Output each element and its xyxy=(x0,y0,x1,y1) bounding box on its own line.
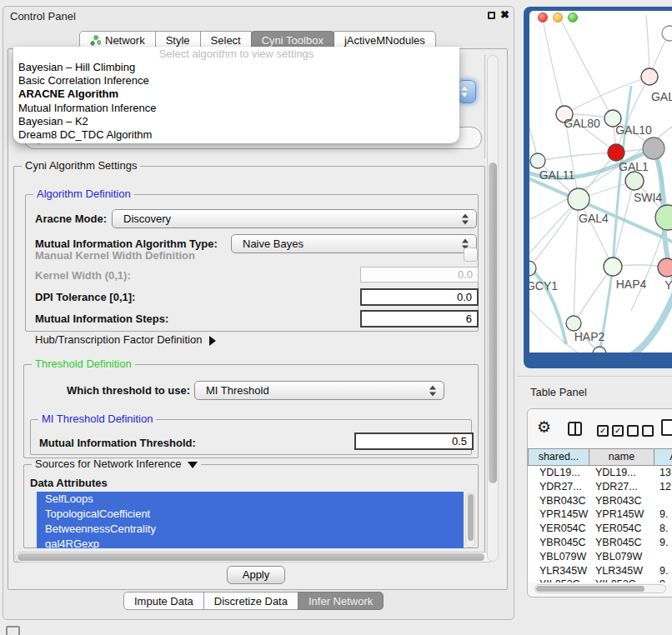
table-row[interactable]: YER054CYER054C8. xyxy=(529,522,672,536)
kernel-width-field[interactable]: 0.0 xyxy=(360,267,479,282)
network-node[interactable] xyxy=(593,347,606,352)
column-header[interactable]: A xyxy=(654,448,672,466)
close-icon[interactable]: ✖ xyxy=(500,8,509,21)
column-header[interactable]: name xyxy=(589,448,654,466)
aracne-mode-label: Aracne Mode: xyxy=(35,212,107,225)
algorithm-option[interactable]: Bayesian – K2 xyxy=(13,115,459,128)
network-node[interactable] xyxy=(608,144,624,161)
expand-right-icon xyxy=(209,336,216,346)
algorithm-option[interactable]: ARACNE Algorithm xyxy=(13,88,459,101)
data-attribute-item[interactable]: gal4RGexp xyxy=(37,537,464,548)
table-cell: 9. xyxy=(656,578,672,582)
settings-horizontal-scrollbar-thumb[interactable] xyxy=(18,553,484,561)
table-row[interactable]: YDR27...YDR27...12 xyxy=(529,480,672,494)
table-horizontal-scrollbar-thumb[interactable] xyxy=(536,586,644,592)
bottom-tab-impute-data[interactable]: Impute Data xyxy=(123,592,204,610)
network-edges xyxy=(529,15,672,352)
table-row[interactable]: YDL19...YDL19...13 xyxy=(529,466,672,480)
settings-vertical-scrollbar-thumb[interactable] xyxy=(489,162,497,483)
mi-threshold-field[interactable]: 0.5 xyxy=(354,432,474,450)
table-row[interactable]: YBR045CYBR045C9. xyxy=(529,536,672,550)
hub-definition-label: Hub/Transcription Factor Definition xyxy=(35,333,202,346)
tab-label: Impute Data xyxy=(134,595,193,608)
table-cell: YPR145W xyxy=(590,508,656,522)
network-node[interactable] xyxy=(662,26,672,41)
cyni-settings-group-title: Cyni Algorithm Settings xyxy=(22,160,140,172)
network-node[interactable] xyxy=(604,258,622,276)
table-row[interactable]: YBR043CYBR043C xyxy=(529,494,672,508)
minimized-panel-icon[interactable] xyxy=(6,626,20,635)
dropdown-items: Bayesian – Hill ClimbingBasic Correlatio… xyxy=(13,61,459,142)
apply-button[interactable]: Apply xyxy=(227,566,285,584)
algorithm-combo-spinner[interactable] xyxy=(458,80,476,103)
sources-group-title[interactable]: Sources for Network Inference xyxy=(32,458,201,470)
threshold-definition-title: Threshold Definition xyxy=(32,358,135,370)
table-cell: YIL052C xyxy=(590,578,656,582)
table-row[interactable]: YLR345WYLR345W9. xyxy=(529,564,672,578)
table-cell: YBL079W xyxy=(529,550,590,564)
manual-kernel-checkbox[interactable] xyxy=(464,248,478,262)
column-header[interactable]: shared... xyxy=(528,448,589,466)
tab-label: Style xyxy=(166,34,190,47)
node-label: GAL4 xyxy=(579,212,609,225)
float-window-icon[interactable] xyxy=(488,12,495,19)
close-traffic-light-icon[interactable] xyxy=(538,12,548,22)
network-node-labels: GALGAL80GAL10GAL1GAL11SWI4GAL4GCY1HAP4YH… xyxy=(529,90,672,343)
unchecked-box-icon xyxy=(627,425,639,437)
zoom-traffic-light-icon[interactable] xyxy=(568,12,578,22)
aracne-mode-value: Discovery xyxy=(123,212,171,225)
table-settings-gear-icon[interactable]: ⚙ xyxy=(537,418,551,437)
table-row[interactable]: YIL052CYIL052C9. xyxy=(529,578,672,582)
algorithm-option[interactable]: Bayesian – Hill Climbing xyxy=(13,61,459,74)
algorithm-option[interactable]: Mutual Information Inference xyxy=(13,102,459,115)
network-node[interactable] xyxy=(655,205,672,230)
dropdown-prompt: Select algorithm to view settings xyxy=(13,47,459,61)
table-sheet-icon[interactable] xyxy=(661,419,672,436)
network-canvas[interactable]: GALGAL80GAL10GAL1GAL11SWI4GAL4GCY1HAP4YH… xyxy=(529,11,672,352)
mi-steps-field[interactable]: 6 xyxy=(360,310,479,328)
network-node[interactable] xyxy=(643,138,664,159)
aracne-mode-combo[interactable]: Discovery xyxy=(112,209,477,228)
screen: Control Panel ✖ NetworkStyleSelectCyni T… xyxy=(0,0,672,635)
bottom-tab-discretize-data[interactable]: Discretize Data xyxy=(203,592,298,610)
table-cell: 9. xyxy=(656,564,672,578)
select-all-icon[interactable]: ✓ ✓ xyxy=(597,425,624,437)
which-threshold-combo[interactable]: MI Threshold xyxy=(194,381,444,400)
minimize-traffic-light-icon[interactable] xyxy=(553,12,563,22)
network-node[interactable] xyxy=(530,153,545,168)
control-panel-title: Control Panel xyxy=(10,10,76,22)
algorithm-option[interactable]: Basic Correlation Inference xyxy=(13,74,459,88)
network-node[interactable] xyxy=(568,188,589,210)
network-node[interactable] xyxy=(658,258,672,277)
which-threshold-value: MI Threshold xyxy=(206,384,269,397)
data-attribute-item[interactable]: TopologicalCoefficient xyxy=(37,507,464,522)
dpi-tolerance-field[interactable]: 0.0 xyxy=(360,288,479,306)
table-header-row: shared...nameA xyxy=(529,448,672,466)
node-label: GCY1 xyxy=(529,279,558,292)
hub-definition-toggle[interactable]: Hub/Transcription Factor Definition xyxy=(35,333,216,346)
attributes-scrollbar-thumb[interactable] xyxy=(468,494,474,541)
table-row[interactable]: YPR145WYPR145W9. xyxy=(529,508,672,522)
network-node[interactable] xyxy=(566,316,581,331)
mi-algorithm-type-combo[interactable]: Naive Bayes xyxy=(231,234,477,253)
node-label: GAL80 xyxy=(564,117,600,130)
table-body: YDL19...YDL19...13YDR27...YDR27...12YBR0… xyxy=(529,466,672,582)
table-cell: YBR045C xyxy=(529,536,590,550)
node-label: Y xyxy=(664,278,672,292)
table-cell: YDR27... xyxy=(590,480,656,494)
network-node[interactable] xyxy=(625,172,644,190)
tab-label: Select xyxy=(211,34,241,47)
data-attributes-list: SelfLoopsTopologicalCoefficientBetweenne… xyxy=(37,492,464,548)
table-cell: YLR345W xyxy=(529,564,590,578)
algorithm-option[interactable]: Dream8 DC_TDC Algorithm xyxy=(13,128,459,142)
network-node[interactable] xyxy=(641,68,658,85)
collapse-down-icon xyxy=(188,462,198,468)
manual-kernel-label: Manual Kernel Width Definition xyxy=(35,249,195,262)
bottom-tab-infer-network[interactable]: Infer Network xyxy=(298,592,384,610)
split-view-icon[interactable] xyxy=(568,422,582,436)
data-attribute-item[interactable]: BetweennessCentrality xyxy=(37,522,464,537)
table-row[interactable]: YBL079WYBL079W xyxy=(529,550,672,564)
node-label: GAL11 xyxy=(539,168,575,182)
data-attribute-item[interactable]: SelfLoops xyxy=(37,492,464,507)
deselect-all-icon[interactable] xyxy=(627,425,654,437)
